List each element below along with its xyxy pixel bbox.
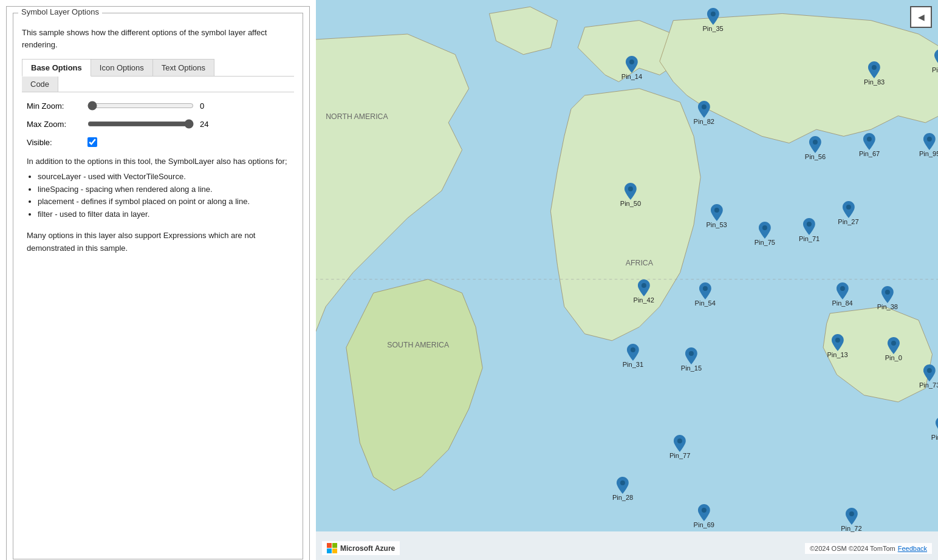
- sq-yellow: [332, 548, 337, 553]
- pin-label: Pin_31: [623, 361, 643, 368]
- copyright-text: ©2024 OSM ©2024 TomTom: [810, 545, 895, 552]
- map-pin[interactable]: Pin_35: [702, 8, 723, 32]
- svg-point-7: [872, 65, 877, 70]
- azure-logo-squares: [327, 543, 337, 553]
- pin-label: Pin_71: [799, 235, 820, 242]
- map-pin[interactable]: Pin_77: [669, 435, 690, 459]
- svg-point-34: [631, 347, 635, 352]
- pin-label: Pin_13: [827, 351, 847, 358]
- visible-checkbox[interactable]: [87, 137, 97, 147]
- info-outro: Many options in this layer also support …: [27, 230, 289, 255]
- pin-label: Pin_69: [694, 521, 714, 528]
- map-pin[interactable]: Pin_95: [919, 133, 938, 157]
- svg-point-23: [642, 283, 646, 288]
- min-zoom-label: Min Zoom:: [27, 101, 81, 111]
- map-pin[interactable]: Pin_14: [621, 56, 642, 80]
- map-pin[interactable]: Pin_69: [694, 504, 714, 528]
- pin-label: Pin_99: [931, 434, 938, 441]
- max-zoom-value: 24: [200, 120, 217, 129]
- svg-point-6: [629, 60, 634, 64]
- bullet-1: sourceLayer - used with VectorTileSource…: [38, 171, 289, 183]
- controls-section: Min Zoom: 0 Max Zoom: 24 Visible:: [22, 92, 294, 155]
- pin-label: Pin_27: [838, 218, 858, 225]
- map-pin[interactable]: Pin_99: [931, 417, 938, 441]
- info-intro: In addition to the options in this tool,…: [27, 155, 289, 168]
- visible-row: Visible:: [27, 137, 289, 147]
- svg-point-36: [927, 368, 932, 373]
- sq-green: [332, 543, 337, 548]
- bullet-3: placement - defines if symbol placed on …: [38, 196, 289, 208]
- pin-label: Pin_72: [841, 525, 861, 532]
- bullet-4: filter - used to filter data in layer.: [38, 208, 289, 221]
- pin-label: Pin_83: [864, 78, 885, 86]
- tab-row-2: Code: [22, 77, 294, 92]
- pin-label: Pin_35: [702, 25, 723, 32]
- tab-base-options[interactable]: Base Options: [22, 59, 91, 77]
- map-pin[interactable]: Pin_31: [623, 344, 643, 368]
- svg-point-44: [849, 511, 854, 516]
- map-pin[interactable]: Pin_0: [885, 337, 902, 361]
- svg-point-5: [711, 12, 716, 16]
- feedback-link[interactable]: Feedback: [898, 545, 927, 552]
- pin-label: Pin_67: [859, 150, 880, 157]
- map-pin[interactable]: Pin_38: [877, 286, 898, 310]
- min-zoom-slider[interactable]: [87, 101, 194, 111]
- map-pin[interactable]: Pin_42: [634, 279, 654, 304]
- svg-point-17: [714, 208, 719, 213]
- max-zoom-slider[interactable]: [87, 119, 194, 129]
- map-pin[interactable]: Pin_84: [832, 282, 852, 307]
- pin-label: Pin_50: [620, 200, 641, 207]
- pin-label: Pin_54: [695, 299, 716, 307]
- pin-label: Pin_95: [919, 150, 938, 157]
- tab-code[interactable]: Code: [22, 77, 58, 92]
- sq-red: [327, 543, 332, 548]
- map-pin[interactable]: Pin_72: [841, 508, 861, 532]
- nav-button[interactable]: ◀: [910, 6, 932, 28]
- map-pin[interactable]: Pin_28: [612, 477, 633, 501]
- pin-label: Pin_77: [669, 452, 690, 459]
- map-pin[interactable]: Pin_75: [755, 222, 775, 246]
- map-pin[interactable]: Pin_73: [919, 364, 938, 389]
- panel-border-title: Symbol Layer Options: [18, 7, 102, 16]
- map-pin[interactable]: Pin_13: [827, 334, 847, 358]
- map-pin[interactable]: Pin_56: [805, 136, 826, 160]
- tab-text-options[interactable]: Text Options: [153, 59, 214, 76]
- pin-label: Pin_4: [932, 66, 938, 73]
- map-pin[interactable]: Pin_15: [681, 347, 702, 372]
- pin-label: Pin_14: [621, 73, 642, 80]
- svg-point-18: [762, 225, 767, 230]
- svg-point-25: [840, 286, 845, 291]
- pin-label: Pin_28: [612, 494, 633, 501]
- map-pin[interactable]: Pin_50: [620, 183, 641, 207]
- pin-label: Pin_82: [694, 118, 714, 125]
- map-pin[interactable]: Pin_4: [932, 49, 938, 73]
- svg-point-20: [807, 222, 812, 227]
- map-pin[interactable]: Pin_53: [706, 204, 727, 228]
- min-zoom-value: 0: [200, 101, 217, 111]
- svg-point-35: [689, 351, 694, 356]
- info-text: In addition to the options in this tool,…: [22, 155, 294, 255]
- panel-description: This sample shows how the different opti…: [22, 27, 294, 50]
- sq-blue: [327, 548, 332, 553]
- min-zoom-row: Min Zoom: 0: [27, 101, 289, 111]
- map-area[interactable]: NORTH AMERICA SOUTH AMERICA AFRICA Pin_3…: [316, 0, 938, 560]
- svg-point-24: [703, 286, 708, 291]
- svg-point-15: [927, 137, 932, 142]
- map-pin[interactable]: Pin_82: [694, 101, 714, 125]
- svg-point-26: [885, 290, 890, 295]
- tab-icon-options[interactable]: Icon Options: [91, 59, 153, 76]
- pin-label: Pin_73: [919, 381, 938, 389]
- tab-row: Base Options Icon Options Text Options: [22, 59, 294, 77]
- visible-label: Visible:: [27, 138, 81, 147]
- pin-label: Pin_53: [706, 221, 727, 228]
- pins-container: Pin_35Pin_14Pin_83Pin_4Pin_24Pin_2Pin_86…: [316, 0, 938, 560]
- map-pin[interactable]: Pin_27: [838, 201, 858, 225]
- svg-point-16: [628, 186, 633, 191]
- map-pin[interactable]: Pin_54: [695, 282, 716, 307]
- copyright-area: ©2024 OSM ©2024 TomTom Feedback: [805, 543, 932, 554]
- bullet-2: lineSpacing - spacing when rendered alon…: [38, 183, 289, 196]
- map-pin[interactable]: Pin_67: [859, 133, 880, 157]
- map-pin[interactable]: Pin_83: [864, 61, 885, 86]
- azure-logo: Microsoft Azure: [322, 541, 400, 555]
- map-pin[interactable]: Pin_71: [799, 218, 820, 242]
